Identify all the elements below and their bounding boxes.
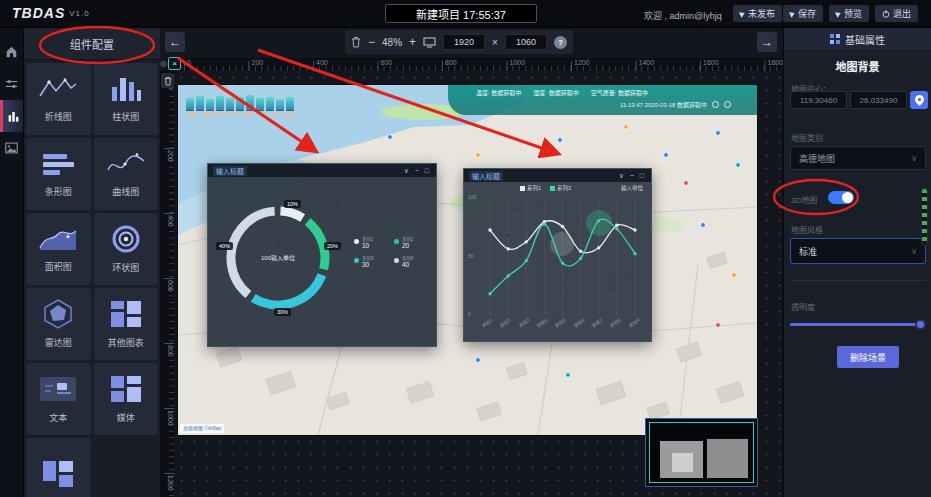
project-title-box[interactable]: 新建项目 17:55:37 bbox=[385, 4, 537, 23]
opacity-slider-thumb[interactable] bbox=[915, 319, 926, 330]
tile-text[interactable]: 文本 bbox=[26, 363, 91, 435]
legend-item[interactable]: 系列110 bbox=[354, 236, 388, 249]
eye-icon[interactable]: ◎ bbox=[160, 59, 167, 68]
zoom-in-button[interactable]: + bbox=[409, 35, 416, 49]
legend-item[interactable]: 系列440 bbox=[394, 255, 428, 268]
chevron-down-icon: ∨ bbox=[911, 247, 917, 256]
welcome-text: 欢迎 , admin@lyhjq bbox=[644, 9, 722, 22]
nav-charts[interactable] bbox=[0, 100, 23, 132]
tile-bar-chart[interactable]: 柱状图 bbox=[94, 63, 159, 135]
divider bbox=[790, 280, 926, 281]
clear-guides-button[interactable]: × bbox=[168, 57, 181, 70]
send-icon bbox=[835, 10, 842, 18]
locate-button[interactable] bbox=[910, 91, 928, 109]
minimap-widget bbox=[672, 453, 693, 472]
section-title: 地图背景 bbox=[784, 58, 931, 74]
panel-scrollbar[interactable] bbox=[921, 188, 928, 246]
line-chart-widget[interactable]: 输入标题 ∨ − □ 系列1 系列2 输入单位 100 50 0 类别1类别2类… bbox=[463, 168, 652, 342]
tile-area-chart[interactable]: 面积图 bbox=[26, 213, 91, 285]
line-chart-icon bbox=[38, 75, 78, 103]
widget-title: 输入标题 bbox=[469, 171, 503, 181]
publish-status-button[interactable]: 未发布 bbox=[733, 5, 782, 22]
exit-button[interactable]: 退出 bbox=[875, 5, 918, 22]
map-type-select[interactable]: 高德地图 ∨ bbox=[790, 146, 926, 170]
blocks-icon bbox=[41, 459, 75, 489]
nav-media[interactable] bbox=[0, 132, 23, 164]
donut-legend: 系列110 系列220 系列330 系列440 bbox=[354, 236, 428, 268]
brand-version: V1.0 bbox=[69, 9, 89, 18]
map-3d-toggle[interactable] bbox=[828, 191, 854, 204]
blocks-icon bbox=[109, 374, 143, 404]
preview-button[interactable]: 预览 bbox=[829, 5, 869, 22]
tile-hbar-chart[interactable]: 条形图 bbox=[26, 138, 91, 210]
delete-scene-button[interactable]: 删除场景 bbox=[837, 346, 899, 368]
latitude-input[interactable] bbox=[850, 91, 907, 109]
widget-title: 输入标题 bbox=[213, 166, 247, 176]
delete-element-button[interactable] bbox=[161, 73, 174, 88]
save-button[interactable]: 保存 bbox=[783, 5, 823, 22]
legend-item[interactable]: 系列330 bbox=[354, 255, 388, 268]
ruler-tick-label: 1200 bbox=[571, 58, 636, 68]
donut-label: 30% bbox=[274, 308, 291, 316]
bar-chart-icon bbox=[106, 75, 146, 103]
collapse-right-button[interactable]: → bbox=[757, 32, 777, 52]
nav-settings[interactable] bbox=[0, 68, 23, 100]
legend-dot bbox=[354, 258, 359, 263]
ruler-tick-label: 800 bbox=[442, 58, 507, 68]
map-attribution: 高德地图 ©AMap bbox=[180, 424, 224, 433]
area-chart-icon bbox=[38, 225, 78, 253]
canvas-area: ← → − 48% + × ? 020040060080010001200140… bbox=[160, 28, 783, 497]
minimap-navigator[interactable] bbox=[645, 418, 758, 487]
donut-label: 40% bbox=[216, 242, 233, 250]
send-icon bbox=[789, 10, 796, 18]
help-icon[interactable]: ? bbox=[554, 36, 567, 49]
tile-donut-chart[interactable]: 环状图 bbox=[94, 213, 159, 285]
x-axis-labels: 类别1类别2类别3类别4类别5类别6类别7类别8类别9 bbox=[480, 317, 645, 324]
tile-curve-chart[interactable]: 曲线图 bbox=[94, 138, 159, 210]
map-scene[interactable]: 温度: 数据获取中湿度: 数据获取中空气质量: 数据获取中 11:13:47 2… bbox=[178, 85, 757, 435]
tile-extra[interactable] bbox=[26, 438, 91, 497]
collapse-left-button[interactable]: ← bbox=[165, 32, 185, 52]
ruler-tick-label: 0 bbox=[161, 83, 174, 148]
legend-swatch bbox=[550, 186, 555, 191]
header-button-icon bbox=[724, 101, 731, 108]
radar-chart-icon bbox=[42, 299, 74, 329]
line-unit-label: 输入单位 bbox=[621, 184, 643, 192]
tile-media[interactable]: 媒体 bbox=[94, 363, 159, 435]
component-panel: 组件配置 折线图 柱状图 条形图 曲线图 面积图 bbox=[24, 28, 160, 497]
properties-header[interactable]: 基础属性 bbox=[784, 28, 931, 50]
canvas-height-input[interactable] bbox=[505, 34, 547, 50]
ruler-tick-label: 1800 bbox=[765, 58, 784, 68]
window-controls[interactable]: ∨ − □ bbox=[619, 172, 646, 180]
opacity-slider[interactable] bbox=[790, 323, 924, 326]
map-style-select[interactable]: 标准 ∨ bbox=[790, 238, 926, 264]
tile-radar-chart[interactable]: 雷达图 bbox=[26, 288, 91, 360]
canvas-width-input[interactable] bbox=[443, 34, 485, 50]
legend-item[interactable]: 系列220 bbox=[394, 236, 428, 249]
donut-center-label: 100输入单位 bbox=[238, 253, 318, 262]
ruler-tick-label: 200 bbox=[249, 58, 314, 68]
nav-home[interactable] bbox=[0, 36, 23, 68]
text-card-icon bbox=[37, 374, 79, 404]
sliders-icon bbox=[5, 78, 18, 90]
grid-icon bbox=[830, 34, 840, 44]
widget-title-bar[interactable]: 输入标题 ∨ − □ bbox=[208, 164, 436, 177]
widget-title-bar[interactable]: 输入标题 ∨ − □ bbox=[464, 169, 651, 182]
legend-item[interactable]: 系列1 bbox=[520, 184, 541, 192]
zoom-out-button[interactable]: − bbox=[368, 35, 375, 49]
ruler-tick-label: 400 bbox=[313, 58, 378, 68]
longitude-input[interactable] bbox=[790, 91, 847, 109]
trash-icon[interactable] bbox=[351, 36, 361, 48]
weather-reading: 湿度: 数据获取中 bbox=[533, 88, 578, 97]
monitor-icon bbox=[423, 37, 436, 48]
ruler-tick-label: 1200 bbox=[161, 473, 174, 497]
donut-label: 10% bbox=[284, 200, 301, 208]
properties-panel: 基础属性 地图背景 地图中心： 地图类别 高德地图 ∨ 3D地图 地图风格 标准… bbox=[783, 28, 931, 497]
map-style-label: 地图风格 bbox=[791, 224, 823, 235]
tile-other-charts[interactable]: 其他图表 bbox=[94, 288, 159, 360]
window-controls[interactable]: ∨ − □ bbox=[404, 167, 431, 175]
donut-chart-widget[interactable]: 输入标题 ∨ − □ 10% 20% 30% 40% 100输入单位 系列110… bbox=[207, 163, 437, 347]
tile-line-chart[interactable]: 折线图 bbox=[26, 63, 91, 135]
legend-item[interactable]: 系列2 bbox=[550, 184, 571, 192]
dimensions-times: × bbox=[492, 37, 498, 48]
